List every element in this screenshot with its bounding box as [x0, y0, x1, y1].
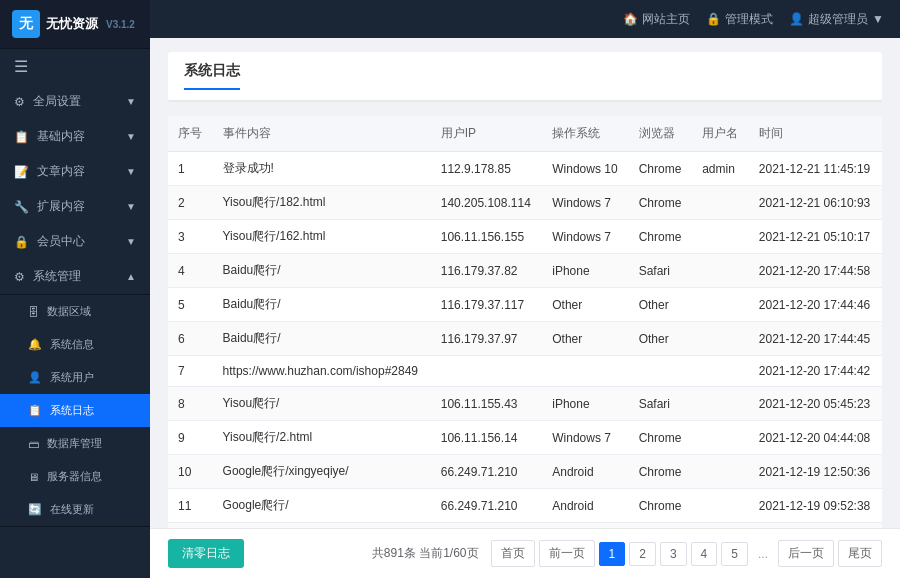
- next-page-btn[interactable]: 后一页: [778, 540, 834, 567]
- last-page-btn[interactable]: 尾页: [838, 540, 882, 567]
- table-row: 11Google爬行/66.249.71.210AndroidChrome202…: [168, 489, 882, 523]
- sidebar-item-fuwuqixinxi[interactable]: 🖥 服务器信息: [0, 460, 150, 493]
- page-5-btn[interactable]: 5: [721, 542, 748, 566]
- sidebar-item-label: 文章内容: [37, 163, 85, 180]
- page-3-btn[interactable]: 3: [660, 542, 687, 566]
- cell-4: Safari: [629, 254, 692, 288]
- clear-log-button[interactable]: 清零日志: [168, 539, 244, 568]
- manager-mode-btn[interactable]: 🔒 管理模式: [706, 11, 773, 28]
- website-home-label: 网站主页: [642, 11, 690, 28]
- page-4-btn[interactable]: 4: [691, 542, 718, 566]
- sidebar-item-label: 会员中心: [37, 233, 85, 250]
- sidebar-item-label: 在线更新: [50, 502, 94, 517]
- sidebar-item-jichuneir[interactable]: 📋 基础内容 ▼: [0, 119, 150, 154]
- col-user: 用户名: [692, 116, 749, 152]
- sidebar-item-shujuquy[interactable]: 🗄 数据区域: [0, 295, 150, 328]
- sidebar-item-xitongriz[interactable]: 📋 系统日志: [0, 394, 150, 427]
- cell-2: [431, 356, 542, 387]
- logo-name: 无忧资源: [46, 15, 98, 33]
- cell-0: 3: [168, 220, 213, 254]
- table-row: 6Baidu爬行/116.179.37.97OtherOther2021-12-…: [168, 322, 882, 356]
- page-info: 共891条 当前1/60页: [372, 545, 479, 562]
- website-home-btn[interactable]: 🏠 网站主页: [623, 11, 690, 28]
- sidebar-item-quanjuzhi[interactable]: ⚙ 全局设置 ▼: [0, 84, 150, 119]
- cell-2: 66.249.71.210: [431, 489, 542, 523]
- sidebar-item-label: 扩展内容: [37, 198, 85, 215]
- manager-label: 管理模式: [725, 11, 773, 28]
- sidebar-item-label: 系统管理: [33, 268, 81, 285]
- cell-6: 2021-12-20 04:44:08: [749, 421, 882, 455]
- sidebar-item-xitguanli[interactable]: ⚙ 系统管理 ▲: [0, 259, 150, 294]
- kuozneirong-icon: 🔧: [14, 200, 29, 214]
- sidebar-item-kuozneirong[interactable]: 🔧 扩展内容 ▼: [0, 189, 150, 224]
- page-title: 系统日志: [184, 62, 240, 90]
- cell-1: Yisou爬行/182.html: [213, 186, 431, 220]
- main-area: 🏠 网站主页 🔒 管理模式 👤 超级管理员 ▼ 系统日志 序号 事件内容 用户I…: [150, 0, 900, 578]
- cell-5: [692, 322, 749, 356]
- cell-5: [692, 387, 749, 421]
- menu-toggle[interactable]: ☰: [0, 49, 150, 84]
- sidebar-item-label: 系统日志: [50, 403, 94, 418]
- cell-4: Chrome: [629, 152, 692, 186]
- table-body: 1登录成功!112.9.178.85Windows 10Chromeadmin2…: [168, 152, 882, 529]
- cell-1: 登录成功!: [213, 152, 431, 186]
- cell-5: [692, 288, 749, 322]
- page-1-btn[interactable]: 1: [599, 542, 626, 566]
- table-row: 1登录成功!112.9.178.85Windows 10Chromeadmin2…: [168, 152, 882, 186]
- cell-2: 140.205.108.114: [431, 186, 542, 220]
- xitongriz-icon: 📋: [28, 404, 42, 417]
- col-ip: 用户IP: [431, 116, 542, 152]
- cell-1: Yisou爬行/162.html: [213, 220, 431, 254]
- cell-5: [692, 421, 749, 455]
- prev-page-btn[interactable]: 前一页: [539, 540, 595, 567]
- chevron-up-icon: ▲: [126, 271, 136, 282]
- sidebar-item-zaixiangengx[interactable]: 🔄 在线更新: [0, 493, 150, 526]
- sidebar: 无 无忧资源 V3.1.2 ☰ ⚙ 全局设置 ▼ 📋 基础内容 ▼ 📝 文章内容…: [0, 0, 150, 578]
- cell-2: 116.179.37.97: [431, 322, 542, 356]
- cell-4: Other: [629, 322, 692, 356]
- cell-5: admin: [692, 152, 749, 186]
- sidebar-item-tuanliguanl[interactable]: 🗃 数据库管理: [0, 427, 150, 460]
- sidebar-item-xitongxinxi[interactable]: 🔔 系统信息: [0, 328, 150, 361]
- cell-1: Baidu爬行/: [213, 288, 431, 322]
- cell-6: 2021-12-21 06:10:93: [749, 186, 882, 220]
- logo: 无 无忧资源 V3.1.2: [0, 0, 150, 49]
- sidebar-main-menu: ⚙ 全局设置 ▼ 📋 基础内容 ▼ 📝 文章内容 ▼ 🔧 扩展内容 ▼ 🔒 会员…: [0, 84, 150, 295]
- sidebar-item-label: 系统信息: [50, 337, 94, 352]
- cell-6: 2021-12-21 11:45:19: [749, 152, 882, 186]
- cell-1: Yisou爬行/: [213, 387, 431, 421]
- cell-1: Baidu爬行/: [213, 254, 431, 288]
- cell-3: Windows 7: [542, 421, 628, 455]
- sidebar-item-wenneirong[interactable]: 📝 文章内容 ▼: [0, 154, 150, 189]
- cell-1: Baidu爬行/: [213, 322, 431, 356]
- chevron-down-icon: ▼: [872, 12, 884, 26]
- cell-0: 9: [168, 421, 213, 455]
- cell-2: 112.9.178.85: [431, 152, 542, 186]
- cell-2: 66.249.71.210: [431, 455, 542, 489]
- admin-btn[interactable]: 👤 超级管理员 ▼: [789, 11, 884, 28]
- table-row: 4Baidu爬行/116.179.37.82iPhoneSafari2021-1…: [168, 254, 882, 288]
- page-2-btn[interactable]: 2: [629, 542, 656, 566]
- tuanliguanl-icon: 🗃: [28, 438, 39, 450]
- cell-3: [542, 356, 628, 387]
- table-header: 序号 事件内容 用户IP 操作系统 浏览器 用户名 时间: [168, 116, 882, 152]
- cell-0: 10: [168, 455, 213, 489]
- cell-6: 2021-12-20 17:44:45: [749, 322, 882, 356]
- cell-2: 116.179.37.117: [431, 288, 542, 322]
- chevron-icon: ▼: [126, 131, 136, 142]
- cell-6: 2021-12-20 17:44:58: [749, 254, 882, 288]
- cell-3: Android: [542, 489, 628, 523]
- chevron-icon: ▼: [126, 96, 136, 107]
- chevron-icon: ▼: [126, 236, 136, 247]
- page-header: 系统日志: [168, 52, 882, 102]
- table-container: 序号 事件内容 用户IP 操作系统 浏览器 用户名 时间 1登录成功!112.9…: [168, 116, 882, 528]
- cell-6: 2021-12-20 05:45:23: [749, 387, 882, 421]
- sidebar-item-xitongyh[interactable]: 👤 系统用户: [0, 361, 150, 394]
- cell-4: Other: [629, 288, 692, 322]
- first-page-btn[interactable]: 首页: [491, 540, 535, 567]
- sidebar-item-huiyuanzhx[interactable]: 🔒 会员中心 ▼: [0, 224, 150, 259]
- cell-5: [692, 254, 749, 288]
- cell-3: Other: [542, 288, 628, 322]
- cell-0: 1: [168, 152, 213, 186]
- sidebar-sub-menu: 🗄 数据区域 🔔 系统信息 👤 系统用户 📋 系统日志 🗃 数据库管理 🖥 服务…: [0, 295, 150, 527]
